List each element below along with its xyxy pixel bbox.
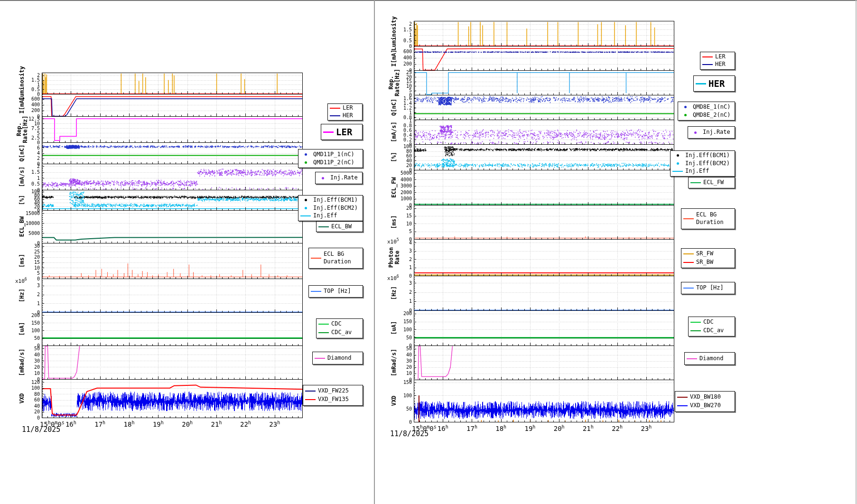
right-edge-border xyxy=(856,0,857,504)
right-plot-canvas xyxy=(375,0,857,504)
beam-background-monitor-page: LERHERLERQMD11P_1(nC)QMD11P_2(nC)Inj.Rat… xyxy=(0,0,857,504)
date-label-right: 11/8/2025 xyxy=(390,429,428,438)
panel-divider xyxy=(374,0,375,504)
date-label-left: 11/8/2025 xyxy=(22,425,60,434)
top-border xyxy=(0,0,857,1)
